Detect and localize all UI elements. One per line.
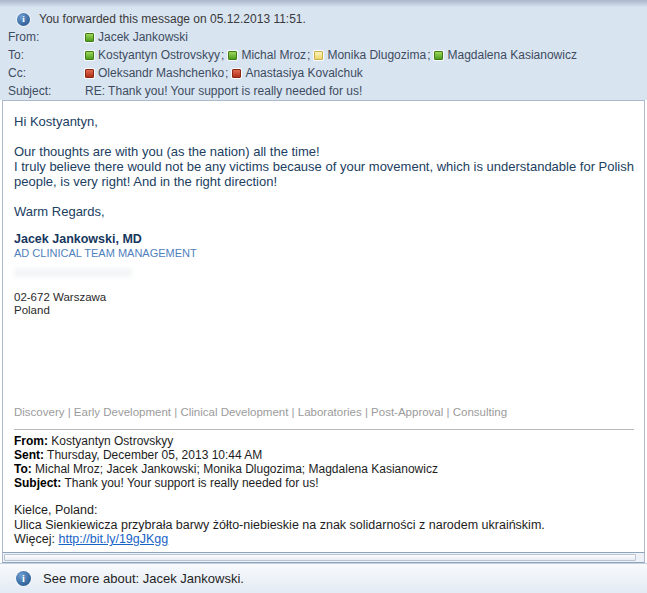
recipient-name: Anastasiya Kovalchuk — [245, 66, 362, 80]
forwarded-info-bar: i You forwarded this message on 05.12.20… — [0, 9, 647, 29]
to-label: To: — [0, 48, 85, 62]
see-more-about-text: See more about: Jacek Jankowski. — [43, 571, 244, 586]
services-tagline: Discovery | Early Development | Clinical… — [14, 405, 634, 420]
address-line-2: Poland — [14, 304, 634, 317]
quoted-from-line: From: Kostyantyn Ostrovskyy — [14, 434, 634, 448]
subject-value: RE: Thank you! Your support is really ne… — [85, 84, 362, 98]
cc-row: Cc: Oleksandr Mashchenko Anastasiya Kova… — [0, 64, 647, 82]
cc-label: Cc: — [0, 66, 85, 80]
presence-icon — [85, 33, 94, 42]
email-reading-pane: i You forwarded this message on 05.12.20… — [0, 0, 647, 593]
people-pane-bar[interactable]: i See more about: Jacek Jankowski. — [0, 563, 647, 593]
quoted-sent-value: Thursday, December 05, 2013 10:44 AM — [44, 448, 262, 462]
closing: Warm Regards, — [14, 204, 634, 219]
body-paragraph-line2: I truly believe there would not be any v… — [14, 159, 634, 189]
quoted-subject-line: Subject: Thank you! Your support is real… — [14, 476, 634, 490]
to-row: To: Kostyantyn Ostrovskyy Michal Mroz Mo… — [0, 46, 647, 64]
recipient-name: Magdalena Kasianowicz — [447, 48, 576, 62]
presence-icon — [228, 51, 237, 60]
presence-icon — [314, 51, 323, 60]
quoted-from-value: Kostyantyn Ostrovskyy — [48, 434, 173, 448]
recipient-oleksandr-mashchenko[interactable]: Oleksandr Mashchenko — [85, 66, 232, 80]
recipient-name: Monika Dlugozima — [327, 48, 426, 62]
recipient-name: Kostyantyn Ostrovskyy — [98, 48, 220, 62]
quoted-sent-line: Sent: Thursday, December 05, 2013 10:44 … — [14, 448, 634, 462]
redacted-address-smudge — [14, 268, 132, 277]
link-prefix: Więcej: — [14, 532, 58, 546]
recipient-name: Michal Mroz — [241, 48, 306, 62]
from-label: From: — [0, 30, 85, 44]
subject-label: Subject: — [0, 84, 85, 98]
recipient-michal-mroz[interactable]: Michal Mroz — [228, 48, 314, 62]
recipient-name: Oleksandr Mashchenko — [98, 66, 224, 80]
message-body-panel: Hi Kostyantyn, Our thoughts are with you… — [2, 100, 645, 552]
recipient-monika-dlugozima[interactable]: Monika Dlugozima — [314, 48, 434, 62]
quoted-from-label: From: — [14, 434, 48, 448]
greeting: Hi Kostyantyn, — [14, 114, 634, 129]
quoted-body-line2: Ulica Sienkiewicza przybrała barwy żółto… — [14, 518, 634, 533]
bitly-link[interactable]: http://bit.ly/19gJKgg — [58, 532, 168, 546]
address-line-1: 02-672 Warszawa — [14, 291, 634, 304]
message-header: i You forwarded this message on 05.12.20… — [0, 0, 647, 100]
forwarded-info-text: You forwarded this message on 05.12.2013… — [39, 12, 306, 26]
signature-name: Jacek Jankowski, MD — [14, 232, 634, 247]
recipient-anastasiya-kovalchuk[interactable]: Anastasiya Kovalchuk — [232, 66, 362, 80]
quoted-link-line: Więcej: http://bit.ly/19gJKgg — [14, 532, 634, 547]
presence-icon — [85, 69, 94, 78]
horizontal-scrollbar-thumb[interactable] — [4, 554, 636, 561]
quoted-body-line1: Kielce, Poland: — [14, 503, 634, 518]
quoted-to-line: To: Michal Mroz; Jacek Jankowski; Monika… — [14, 462, 634, 476]
info-icon: i — [16, 571, 31, 586]
quoted-message-divider — [14, 429, 634, 430]
quoted-subject-label: Subject: — [14, 476, 61, 490]
quoted-sent-label: Sent: — [14, 448, 44, 462]
recipient-kostyantyn-ostrovskyy[interactable]: Kostyantyn Ostrovskyy — [85, 48, 228, 62]
quoted-to-value: Michal Mroz; Jacek Jankowski; Monika Dlu… — [32, 462, 438, 476]
signature-title: AD CLINICAL TEAM MANAGEMENT — [14, 247, 634, 260]
presence-icon — [232, 69, 241, 78]
info-icon: i — [17, 13, 30, 26]
from-row: From: Jacek Jankowski — [0, 28, 647, 46]
subject-row: Subject: RE: Thank you! Your support is … — [0, 82, 647, 100]
presence-icon — [85, 51, 94, 60]
presence-icon — [434, 51, 443, 60]
quoted-subject-value: Thank you! Your support is really needed… — [61, 476, 318, 490]
quoted-to-label: To: — [14, 462, 32, 476]
body-paragraph-line1: Our thoughts are with you (as the nation… — [14, 144, 634, 159]
horizontal-scrollbar[interactable] — [2, 552, 645, 563]
recipient-magdalena-kasianowicz[interactable]: Magdalena Kasianowicz — [434, 48, 576, 62]
recipient-from-jacek-jankowski[interactable]: Jacek Jankowski — [85, 30, 188, 44]
recipient-name: Jacek Jankowski — [98, 30, 188, 44]
